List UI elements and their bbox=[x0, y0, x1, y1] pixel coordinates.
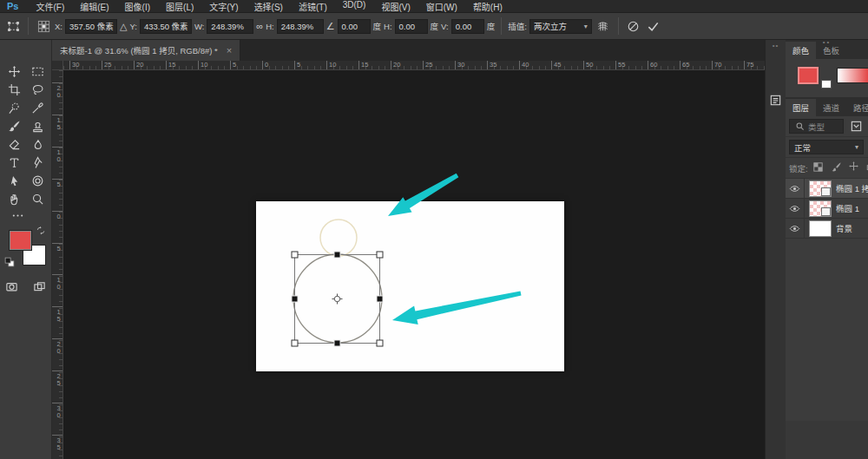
transform-bounding-box[interactable] bbox=[295, 255, 380, 344]
color-ramp[interactable] bbox=[837, 68, 868, 83]
color-panel-content bbox=[786, 59, 868, 97]
vskew-input[interactable]: 0.00 bbox=[451, 19, 484, 34]
type-tool[interactable] bbox=[3, 154, 26, 172]
lock-brush-icon[interactable] bbox=[830, 161, 843, 175]
divider bbox=[28, 17, 29, 35]
smudge-tool[interactable] bbox=[26, 135, 49, 154]
menu-item[interactable]: 3D(D) bbox=[335, 0, 374, 13]
menu-item[interactable]: 窗口(W) bbox=[418, 0, 465, 13]
v-ruler-label: 20 bbox=[52, 338, 63, 354]
height-input[interactable]: 248.39% bbox=[277, 19, 324, 34]
h-ruler-label: 60 bbox=[648, 61, 657, 70]
pasteboard bbox=[63, 70, 765, 459]
search-icon bbox=[793, 121, 806, 133]
y-label: Y: bbox=[129, 22, 136, 31]
menu-item[interactable]: 选择(S) bbox=[247, 0, 291, 13]
menu-item[interactable]: 图像(I) bbox=[117, 0, 158, 13]
free-transform-icon[interactable] bbox=[4, 17, 22, 35]
pen-tool[interactable] bbox=[26, 154, 49, 172]
y-input[interactable]: 433.50 像素 bbox=[140, 19, 192, 34]
menu-item[interactable]: 文件(F) bbox=[28, 0, 72, 13]
crop-tool[interactable] bbox=[3, 81, 26, 99]
warp-mode-icon[interactable] bbox=[595, 17, 612, 35]
eraser-tool[interactable] bbox=[3, 135, 26, 154]
layer-row[interactable]: 椭圆 1 bbox=[786, 199, 868, 219]
properties-panel-icon[interactable] bbox=[769, 94, 782, 110]
filter-toggle-icon[interactable] bbox=[847, 118, 865, 135]
reference-point-locator-icon[interactable] bbox=[35, 17, 52, 35]
lasso-tool[interactable] bbox=[26, 81, 49, 99]
cancel-transform-button[interactable] bbox=[625, 17, 642, 35]
v-ruler-label: 10 bbox=[52, 274, 63, 290]
default-colors-icon[interactable] bbox=[4, 255, 15, 271]
link-dimensions-icon[interactable]: ∞ bbox=[256, 21, 263, 31]
h-ruler-label: 30 bbox=[69, 61, 79, 70]
document-tab[interactable]: 未标题-1 @ 31.6% (椭圆 1 拷贝, RGB/8#) * × bbox=[52, 40, 240, 61]
dock-grip[interactable]: •• bbox=[773, 43, 779, 49]
lock-move-icon[interactable] bbox=[848, 161, 859, 175]
eyedropper-tool[interactable] bbox=[26, 99, 49, 117]
menu-item[interactable]: 文字(Y) bbox=[201, 0, 246, 13]
tab-通道[interactable]: 通道 bbox=[816, 99, 846, 116]
clone-stamp-tool[interactable] bbox=[26, 117, 49, 135]
commit-transform-button[interactable] bbox=[645, 17, 662, 35]
menu-item[interactable]: 帮助(H) bbox=[465, 0, 510, 13]
blend-mode-select[interactable]: 正常 ▾ bbox=[789, 140, 864, 154]
swap-colors-icon[interactable] bbox=[36, 224, 46, 239]
layer-search-field[interactable]: 类型 bbox=[789, 119, 844, 134]
close-tab-icon[interactable]: × bbox=[227, 46, 232, 55]
layer-thumbnail[interactable] bbox=[809, 220, 832, 237]
divider bbox=[618, 17, 619, 35]
x-label: X: bbox=[55, 22, 62, 31]
rotate-angle-icon: ∠ bbox=[326, 21, 335, 32]
tab-图层[interactable]: 图层 bbox=[786, 99, 816, 116]
path-select-tool[interactable] bbox=[3, 172, 26, 190]
hand-tool[interactable] bbox=[3, 190, 26, 208]
color-chips bbox=[4, 226, 48, 269]
layer-visibility-eye-icon[interactable] bbox=[786, 219, 805, 238]
foreground-color-chip[interactable] bbox=[9, 230, 32, 251]
layer-row[interactable]: 背景 bbox=[786, 219, 868, 239]
hskew-input[interactable]: 0.00 bbox=[395, 19, 428, 34]
width-input[interactable]: 248.39% bbox=[207, 19, 253, 34]
layer-row[interactable]: 椭圆 1 拷贝 bbox=[786, 179, 868, 199]
screen-mode-icon[interactable] bbox=[31, 278, 49, 295]
tab-路径[interactable]: 路径 bbox=[846, 99, 868, 116]
h-ruler-label: 15 bbox=[166, 61, 175, 70]
interpolation-select[interactable]: 两次立方 ▾ bbox=[529, 19, 592, 34]
transform-edge-handles[interactable] bbox=[292, 252, 383, 346]
lock-transparent-icon[interactable] bbox=[812, 161, 825, 175]
transform-reference-point[interactable] bbox=[332, 294, 343, 305]
h-ruler-label: 15 bbox=[358, 61, 368, 70]
background-swatch[interactable] bbox=[821, 80, 832, 89]
quick-select-tool[interactable] bbox=[3, 99, 26, 117]
w-label: W: bbox=[194, 22, 204, 31]
layer-thumbnail[interactable] bbox=[809, 200, 832, 217]
layer-visibility-eye-icon[interactable] bbox=[786, 199, 805, 218]
menu-item[interactable]: 滤镜(T) bbox=[291, 0, 335, 13]
marquee-tool[interactable] bbox=[26, 62, 49, 81]
quick-mask-icon[interactable] bbox=[3, 278, 21, 295]
panels-grip[interactable]: •• bbox=[786, 40, 868, 45]
menu-item[interactable]: 图层(L) bbox=[158, 0, 201, 13]
angle-input[interactable]: 0.00 bbox=[338, 19, 371, 34]
vertical-ruler: 201510505101520253035 bbox=[52, 70, 63, 459]
move-tool[interactable] bbox=[3, 62, 26, 81]
lock-all-icon[interactable] bbox=[865, 161, 868, 175]
relative-position-icon[interactable]: △ bbox=[120, 21, 127, 32]
menu-item[interactable]: 编辑(E) bbox=[72, 0, 116, 13]
edit-toolbar-ellipsis-icon[interactable] bbox=[9, 207, 26, 224]
foreground-swatch[interactable] bbox=[798, 67, 819, 84]
x-input[interactable]: 357.50 像素 bbox=[65, 19, 117, 34]
v-ruler-label: 35 bbox=[52, 435, 63, 450]
annotation-arrow-top bbox=[388, 174, 458, 216]
layer-thumbnail[interactable] bbox=[809, 180, 832, 197]
layers-panel-tabs: 图层通道路径 bbox=[786, 97, 868, 116]
transform-corner-handles[interactable] bbox=[292, 252, 383, 346]
zoom-tool[interactable] bbox=[26, 190, 49, 208]
menu-item[interactable]: 视图(V) bbox=[373, 0, 418, 13]
layer-visibility-eye-icon[interactable] bbox=[786, 179, 805, 198]
ellipse-shape-tool[interactable] bbox=[26, 172, 49, 190]
interpolation-label: 插值: bbox=[508, 20, 527, 32]
brush-tool[interactable] bbox=[3, 117, 26, 135]
